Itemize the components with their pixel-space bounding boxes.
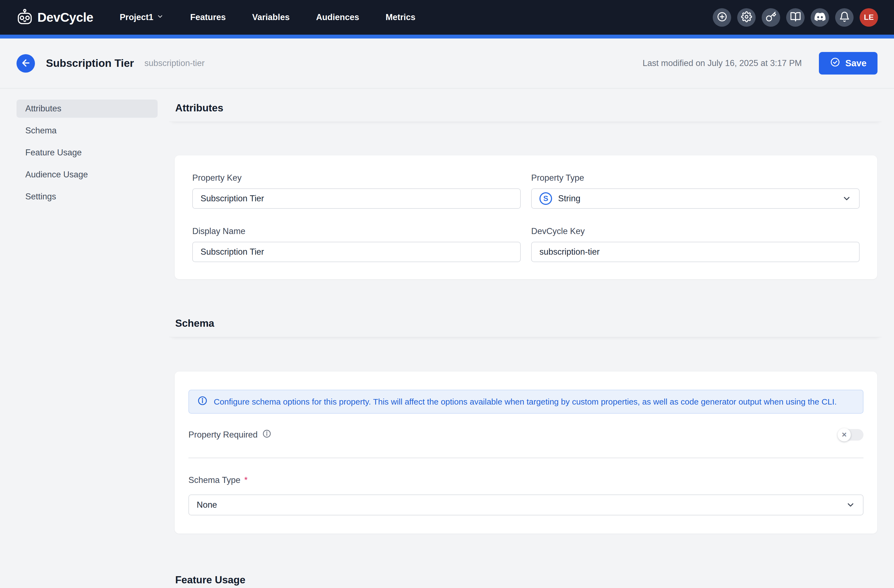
devcycle-robot-icon [16, 9, 33, 26]
discord-button[interactable] [811, 8, 829, 27]
property-required-label-group: Property Required [189, 429, 272, 440]
attributes-section-title: Attributes [175, 102, 224, 114]
discord-icon [814, 11, 826, 23]
display-name-input[interactable] [192, 242, 521, 262]
attributes-card: Property Key Property Type S String Disp… [175, 155, 877, 279]
chevron-down-icon [157, 12, 164, 22]
accent-bar [0, 35, 894, 39]
info-circle-icon[interactable] [262, 429, 272, 440]
schema-type-label: Schema Type [189, 475, 240, 485]
property-required-toggle[interactable]: ✕ [838, 429, 864, 440]
property-type-field-group: Property Type S String [531, 173, 859, 209]
project-selector-label: Project1 [120, 12, 153, 22]
top-navbar: DevCycle Project1 Features Variables Aud… [0, 0, 894, 35]
nav-item-variables[interactable]: Variables [252, 12, 290, 22]
display-name-field-group: Display Name [192, 226, 521, 262]
chevron-down-icon [842, 194, 851, 203]
sidebar-item-attributes[interactable]: Attributes [17, 100, 158, 118]
schema-card: Configure schema options for this proper… [175, 372, 877, 534]
docs-button[interactable] [786, 8, 805, 27]
toggle-knob-x-icon: ✕ [838, 428, 851, 442]
brand-wordmark: DevCycle [38, 10, 93, 25]
nav-item-audiences[interactable]: Audiences [316, 12, 359, 22]
gear-icon [741, 11, 752, 23]
content-area: Attributes Schema Feature Usage Audience… [0, 89, 894, 588]
devcycle-key-label: DevCycle Key [531, 226, 859, 236]
devcycle-key-input[interactable] [531, 242, 859, 262]
property-key-field-group: Property Key [192, 173, 521, 209]
page-title: Subscription Tier [46, 57, 134, 69]
schema-type-label-group: Schema Type * [189, 475, 864, 485]
info-circle-icon [197, 395, 208, 408]
side-nav: Attributes Schema Feature Usage Audience… [17, 92, 158, 588]
feature-usage-section-title: Feature Usage [175, 574, 245, 586]
schema-type-value: None [197, 500, 217, 510]
user-avatar[interactable]: LE [859, 8, 878, 27]
required-asterisk: * [244, 475, 248, 485]
schema-section-title: Schema [175, 318, 214, 329]
navbar-actions: LE [713, 8, 878, 27]
chevron-down-icon [846, 500, 855, 510]
bell-icon [839, 11, 850, 23]
property-type-label: Property Type [531, 173, 859, 183]
devcycle-key-field-group: DevCycle Key [531, 226, 859, 262]
display-name-label: Display Name [192, 226, 521, 236]
create-button[interactable] [713, 8, 731, 27]
property-key-input[interactable] [192, 188, 521, 209]
last-modified-text: Last modified on July 16, 2025 at 3:17 P… [643, 58, 802, 68]
notifications-button[interactable] [835, 8, 853, 27]
attributes-section-header: Attributes [169, 95, 882, 122]
check-circle-icon [830, 57, 840, 69]
schema-section-header: Schema [169, 310, 882, 337]
schema-card-divider [189, 458, 864, 458]
property-required-label: Property Required [189, 430, 258, 440]
save-button[interactable]: Save [819, 52, 877, 74]
property-type-value: String [558, 194, 580, 204]
key-icon [766, 11, 776, 23]
devcycle-logo[interactable]: DevCycle [16, 9, 93, 26]
sidebar-item-feature-usage[interactable]: Feature Usage [17, 143, 158, 162]
book-open-icon [790, 11, 801, 23]
nav-links: Project1 Features Variables Audiences Me… [120, 12, 415, 22]
api-keys-button[interactable] [762, 8, 780, 27]
back-button[interactable] [17, 54, 35, 72]
plus-circle-icon [717, 11, 728, 23]
property-key-label: Property Key [192, 173, 521, 183]
property-required-row: Property Required ✕ [189, 429, 864, 440]
schema-info-alert: Configure schema options for this proper… [189, 390, 864, 414]
schema-type-select[interactable]: None [189, 495, 864, 516]
schema-info-text: Configure schema options for this proper… [214, 397, 837, 407]
page-key: subscription-tier [144, 58, 205, 68]
nav-item-features[interactable]: Features [190, 12, 225, 22]
sidebar-item-settings[interactable]: Settings [17, 188, 158, 206]
settings-button[interactable] [737, 8, 756, 27]
page-header: Subscription Tier subscription-tier Last… [0, 39, 894, 89]
main-column: Attributes Property Key Property Type S … [169, 92, 882, 588]
project-selector[interactable]: Project1 [120, 12, 164, 22]
arrow-left-icon [21, 58, 31, 69]
property-type-select[interactable]: S String [531, 188, 859, 209]
save-button-label: Save [845, 58, 867, 68]
string-type-icon: S [539, 192, 552, 205]
sidebar-item-schema[interactable]: Schema [17, 122, 158, 140]
sidebar-item-audience-usage[interactable]: Audience Usage [17, 166, 158, 184]
nav-item-metrics[interactable]: Metrics [386, 12, 416, 22]
feature-usage-section-header: Feature Usage [169, 562, 882, 588]
